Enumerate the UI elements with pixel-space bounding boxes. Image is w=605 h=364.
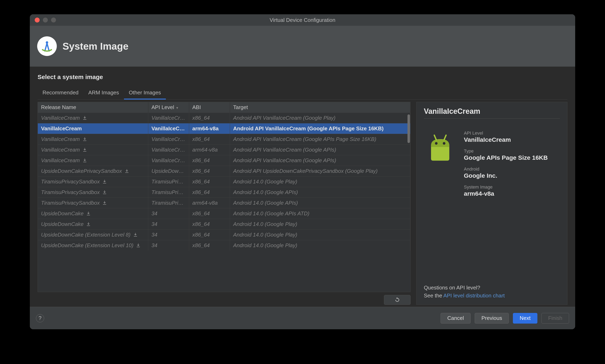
next-button[interactable]: Next bbox=[513, 313, 537, 324]
android-label: Android bbox=[464, 167, 548, 172]
col-release-name[interactable]: Release Name bbox=[38, 102, 148, 113]
system-image-label: System Image bbox=[464, 184, 548, 190]
table-row[interactable]: UpsideDownCakePrivacySandboxUpsideDownCa… bbox=[38, 166, 410, 177]
table-row[interactable]: UpsideDownCake (Extension Level 8)34x86_… bbox=[38, 230, 410, 240]
table-row[interactable]: VanillaIceCreamVanillaIceCreamx86_64Andr… bbox=[38, 155, 410, 166]
target-cell: Android API VanillaIceCream (Google APIs… bbox=[230, 123, 410, 134]
table-row[interactable]: UpsideDownCake (Extension Level 10)34x86… bbox=[38, 240, 410, 251]
abi-cell: x86_64 bbox=[189, 166, 230, 177]
api-level-cell: UpsideDownCak bbox=[148, 166, 189, 177]
download-icon[interactable] bbox=[82, 158, 87, 163]
download-icon[interactable] bbox=[136, 243, 141, 248]
android-icon bbox=[424, 132, 456, 165]
release-name: UpsideDownCake (Extension Level 8) bbox=[41, 232, 130, 238]
table-row[interactable]: UpsideDownCake34x86_64Android 14.0 (Goog… bbox=[38, 219, 410, 230]
refresh-button[interactable] bbox=[384, 295, 411, 305]
download-icon[interactable] bbox=[82, 147, 87, 152]
download-icon[interactable] bbox=[124, 169, 129, 174]
download-icon[interactable] bbox=[102, 190, 107, 195]
col-api-level[interactable]: API Level bbox=[148, 102, 189, 113]
table-row[interactable]: TiramisuPrivacySandboxTiramisuPrivacySx8… bbox=[38, 177, 410, 187]
table-row[interactable]: VanillaIceCreamVanillaIceCreamarm64-v8aA… bbox=[38, 123, 410, 134]
table-row[interactable]: VanillaIceCreamVanillaIceCreamx86_64Andr… bbox=[38, 113, 410, 123]
download-icon[interactable] bbox=[133, 233, 138, 237]
finish-button: Finish bbox=[541, 313, 569, 324]
tab-arm-images[interactable]: ARM Images bbox=[83, 87, 124, 99]
dialog-window: Virtual Device Configuration System Imag… bbox=[30, 14, 575, 329]
type-value: Google APIs Page Size 16KB bbox=[464, 154, 548, 161]
table-scroll: Release Name API Level ABI Target Vanill… bbox=[38, 102, 411, 292]
target-cell: Android API UpsideDownCakePrivacySandbox… bbox=[230, 166, 410, 177]
target-cell: Android API VanillaIceCream (Google Play… bbox=[230, 113, 410, 123]
previous-button[interactable]: Previous bbox=[475, 313, 509, 324]
help-button[interactable]: ? bbox=[36, 314, 44, 322]
titlebar: Virtual Device Configuration bbox=[30, 14, 575, 26]
table-row[interactable]: VanillaIceCreamVanillaIceCreamx86_64Andr… bbox=[38, 134, 410, 145]
target-cell: Android 14.0 (Google Play) bbox=[230, 219, 410, 230]
table-row[interactable]: TiramisuPrivacySandboxTiramisuPrivacySar… bbox=[38, 198, 410, 208]
abi-cell: x86_64 bbox=[189, 134, 230, 145]
tab-other-images[interactable]: Other Images bbox=[124, 87, 166, 100]
refresh-row bbox=[38, 292, 411, 305]
abi-cell: arm64-v8a bbox=[189, 145, 230, 155]
col-target[interactable]: Target bbox=[230, 102, 410, 113]
table-row[interactable]: UpsideDownCake34x86_64Android 14.0 (Goog… bbox=[38, 208, 410, 219]
svg-line-3 bbox=[434, 135, 436, 140]
download-icon[interactable] bbox=[82, 116, 87, 120]
tabs: RecommendedARM ImagesOther Images bbox=[38, 87, 567, 100]
window-title: Virtual Device Configuration bbox=[270, 17, 335, 23]
target-cell: Android 14.0 (Google APIs ATD) bbox=[230, 208, 410, 219]
page-title: System Image bbox=[63, 41, 129, 52]
abi-cell: arm64-v8a bbox=[189, 198, 230, 208]
android-value: Google Inc. bbox=[464, 172, 548, 179]
target-cell: Android 14.0 (Google APIs) bbox=[230, 187, 410, 198]
abi-cell: x86_64 bbox=[189, 113, 230, 123]
download-icon[interactable] bbox=[86, 211, 91, 216]
download-icon[interactable] bbox=[102, 201, 107, 206]
abi-cell: arm64-v8a bbox=[189, 123, 230, 134]
maximize-window-button[interactable] bbox=[51, 18, 56, 23]
release-name: VanillaIceCream bbox=[41, 157, 80, 164]
type-label: Type bbox=[464, 148, 548, 154]
questions-text: Questions on API level? bbox=[424, 284, 560, 292]
table-row[interactable]: VanillaIceCreamVanillaIceCreamarm64-v8aA… bbox=[38, 145, 410, 155]
release-name: UpsideDownCake (Extension Level 10) bbox=[41, 242, 133, 248]
download-icon[interactable] bbox=[82, 137, 87, 142]
abi-cell: x86_64 bbox=[189, 208, 230, 219]
api-level-cell: 34 bbox=[148, 230, 189, 240]
download-icon[interactable] bbox=[86, 222, 91, 227]
abi-cell: x86_64 bbox=[189, 155, 230, 166]
api-level-cell: VanillaIceCream bbox=[148, 123, 189, 134]
api-level-cell: TiramisuPrivacyS bbox=[148, 177, 189, 187]
main-split: Release Name API Level ABI Target Vanill… bbox=[38, 102, 567, 305]
download-icon[interactable] bbox=[102, 179, 107, 184]
close-window-button[interactable] bbox=[35, 18, 40, 23]
detail-title: VanillaIceCream bbox=[424, 107, 560, 116]
api-level-cell: VanillaIceCream bbox=[148, 145, 189, 155]
target-cell: Android API VanillaIceCream (Google APIs… bbox=[230, 134, 410, 145]
traffic-lights bbox=[30, 18, 56, 23]
abi-cell: x86_64 bbox=[189, 230, 230, 240]
detail-meta: API Level VanillaIceCream Type Google AP… bbox=[464, 130, 548, 284]
release-name: UpsideDownCake bbox=[41, 221, 84, 227]
scrollbar-thumb[interactable] bbox=[408, 114, 410, 143]
see-the-text: See the bbox=[424, 293, 443, 299]
api-distribution-link[interactable]: API level distribution chart bbox=[443, 293, 505, 299]
target-cell: Android API VanillaIceCream (Google APIs… bbox=[230, 155, 410, 166]
release-name: UpsideDownCakePrivacySandbox bbox=[41, 168, 122, 174]
release-name: UpsideDownCake bbox=[41, 210, 84, 217]
release-name: VanillaIceCream bbox=[41, 125, 82, 132]
cancel-button[interactable]: Cancel bbox=[441, 313, 471, 324]
table-row[interactable]: TiramisuPrivacySandboxTiramisuPrivacySx8… bbox=[38, 187, 410, 198]
api-level-cell: TiramisuPrivacyS bbox=[148, 198, 189, 208]
release-name: TiramisuPrivacySandbox bbox=[41, 189, 100, 195]
system-image-value: arm64-v8a bbox=[464, 190, 548, 197]
col-abi[interactable]: ABI bbox=[189, 102, 230, 113]
release-name: TiramisuPrivacySandbox bbox=[41, 200, 100, 206]
api-level-label: API Level bbox=[464, 130, 548, 136]
table-header-row: Release Name API Level ABI Target bbox=[38, 102, 410, 113]
api-level-cell: 34 bbox=[148, 240, 189, 251]
tab-recommended[interactable]: Recommended bbox=[38, 87, 83, 99]
minimize-window-button[interactable] bbox=[43, 18, 48, 23]
release-name: VanillaIceCream bbox=[41, 115, 80, 121]
